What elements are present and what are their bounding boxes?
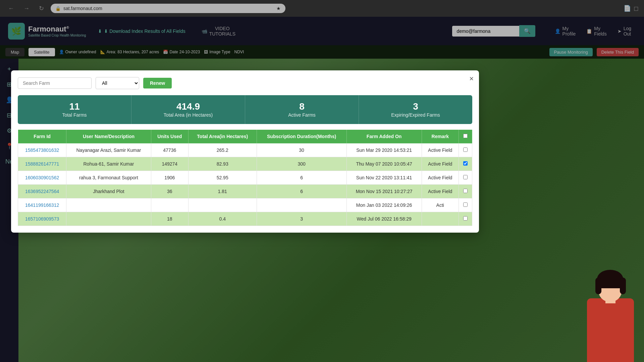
renew-button[interactable]: Renew [143, 78, 172, 88]
table-row: 1588826147771Rohua-61, Samir Kumar149274… [18, 157, 472, 171]
units-cell: 1906 [151, 171, 188, 185]
stats-row: 11 Total Farms 414.9 Total Area (in Hect… [18, 95, 472, 124]
select-all-checkbox[interactable] [463, 134, 468, 138]
expiring-farms-number: 3 [366, 101, 466, 112]
added-on-cell: Wed Jul 06 2022 16:58:29 [346, 212, 422, 226]
units-cell: 18 [151, 212, 188, 226]
area-cell: 1.81 [188, 185, 257, 198]
farm-id-link[interactable]: 1657106909573 [25, 216, 59, 222]
farm-id-link[interactable]: 1585473801632 [25, 147, 59, 153]
area-cell: 82.93 [188, 157, 257, 171]
row-checkbox-cell [459, 171, 472, 185]
farm-search-input[interactable] [18, 77, 92, 89]
duration-cell: 6 [257, 185, 346, 198]
duration-cell [257, 198, 346, 212]
description-cell: Rohua-61, Samir Kumar [66, 157, 151, 171]
duration-cell: 6 [257, 171, 346, 185]
area-cell: 0.4 [188, 212, 257, 226]
description-cell [66, 198, 151, 212]
added-on-cell: Sun Mar 29 2020 14:53:21 [346, 143, 422, 157]
expiring-farms-stat: 3 Expiring/Expired Farms [359, 95, 472, 124]
farm-filter-select[interactable]: All Active Expired [96, 77, 139, 89]
table-row: 1585473801632Nayanagar Arazi, Samir Kuma… [18, 143, 472, 157]
table-row: 1657106909573180.43Wed Jul 06 2022 16:58… [18, 212, 472, 226]
col-description: User Name/Description [66, 130, 151, 143]
farm-id-cell: 1606030901562 [18, 171, 66, 185]
farm-id-link[interactable]: 1641199166312 [25, 202, 59, 208]
farm-id-cell: 1585473801632 [18, 143, 66, 157]
table-row: 1641199166312Mon Jan 03 2022 14:09:26Act… [18, 198, 472, 212]
area-cell: 265.2 [188, 143, 257, 157]
farm-id-link[interactable]: 1588826147771 [25, 161, 59, 167]
units-cell: 47736 [151, 143, 188, 157]
added-on-cell: Thu May 07 2020 10:05:47 [346, 157, 422, 171]
farm-id-link[interactable]: 1606030901562 [25, 175, 59, 180]
description-cell [66, 212, 151, 226]
remark-cell [422, 212, 459, 226]
col-added-on: Farm Added On [346, 130, 422, 143]
row-checkbox-cell [459, 157, 472, 171]
units-cell: 149274 [151, 157, 188, 171]
row-select-checkbox[interactable] [463, 189, 468, 193]
area-cell [188, 198, 257, 212]
total-farms-stat: 11 Total Farms [18, 95, 131, 124]
col-farm-id: Farm Id [18, 130, 66, 143]
row-select-checkbox[interactable] [463, 161, 468, 166]
added-on-cell: Mon Jan 03 2022 14:09:26 [346, 198, 422, 212]
farm-table-body: 1585473801632Nayanagar Arazi, Samir Kuma… [18, 143, 472, 226]
farm-id-cell: 1657106909573 [18, 212, 66, 226]
description-cell: Jharkhand Plot [66, 185, 151, 198]
remark-cell: Active Field [422, 185, 459, 198]
row-checkbox-cell [459, 185, 472, 198]
row-checkbox-cell [459, 198, 472, 212]
remark-cell: Active Field [422, 171, 459, 185]
total-area-number: 414.9 [138, 101, 238, 112]
duration-cell: 300 [257, 157, 346, 171]
row-select-checkbox[interactable] [463, 147, 468, 152]
table-header-row: Farm Id User Name/Description Units Used… [18, 130, 472, 143]
modal-close-button[interactable]: × [469, 74, 474, 83]
remark-cell: Active Field [422, 143, 459, 157]
search-row: All Active Expired Renew [18, 77, 472, 89]
expiring-farms-label: Expiring/Expired Farms [391, 112, 440, 118]
farm-id-cell: 1588826147771 [18, 157, 66, 171]
farm-table: Farm Id User Name/Description Units Used… [18, 129, 472, 226]
added-on-cell: Mon Nov 15 2021 10:27:27 [346, 185, 422, 198]
duration-cell: 3 [257, 212, 346, 226]
description-cell: rahua 3, Farmonaut Support [66, 171, 151, 185]
remark-cell: Acti [422, 198, 459, 212]
active-farms-label: Active Farms [288, 112, 316, 118]
col-area: Total Area(in Hectares) [188, 130, 257, 143]
col-units: Units Used [151, 130, 188, 143]
farm-id-link[interactable]: 1636952247564 [25, 189, 59, 194]
row-select-checkbox[interactable] [463, 175, 468, 179]
area-cell: 52.95 [188, 171, 257, 185]
col-remark: Remark [422, 130, 459, 143]
col-duration: Subscription Duration(Months) [257, 130, 346, 143]
remark-cell: Active Field [422, 157, 459, 171]
total-area-stat: 414.9 Total Area (in Hectares) [131, 95, 245, 124]
table-row: 1636952247564Jharkhand Plot361.816Mon No… [18, 185, 472, 198]
row-select-checkbox[interactable] [463, 202, 468, 207]
total-farms-label: Total Farms [62, 112, 87, 118]
units-cell: 36 [151, 185, 188, 198]
farm-list-modal: × All Active Expired Renew 11 Total Farm… [11, 70, 479, 233]
row-checkbox-cell [459, 212, 472, 226]
row-checkbox-cell [459, 143, 472, 157]
active-farms-stat: 8 Active Farms [245, 95, 359, 124]
total-area-label: Total Area (in Hectares) [164, 112, 213, 118]
units-cell [151, 198, 188, 212]
active-farms-number: 8 [252, 101, 352, 112]
farm-id-cell: 1641199166312 [18, 198, 66, 212]
added-on-cell: Sun Nov 22 2020 13:11:41 [346, 171, 422, 185]
farm-id-cell: 1636952247564 [18, 185, 66, 198]
total-farms-number: 11 [24, 101, 124, 112]
row-select-checkbox[interactable] [463, 216, 468, 221]
description-cell: Nayanagar Arazi, Samir Kumar [66, 143, 151, 157]
col-checkbox [459, 130, 472, 143]
table-row: 1606030901562rahua 3, Farmonaut Support1… [18, 171, 472, 185]
duration-cell: 30 [257, 143, 346, 157]
